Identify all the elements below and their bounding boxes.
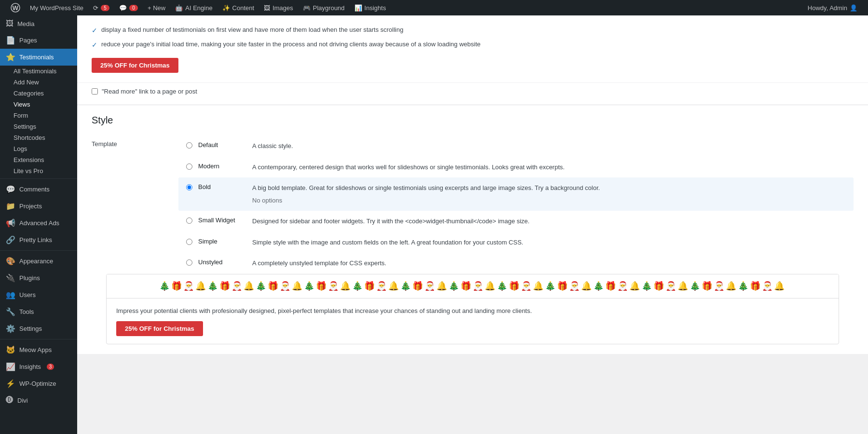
template-table: Template Default A classic style. Modern (92, 136, 854, 274)
plugins-icon: 🔌 (6, 273, 15, 283)
new-content-link[interactable]: + New (143, 0, 170, 15)
divi-icon: 🅓 (6, 396, 14, 405)
sidebar-item-all-testimonials[interactable]: All Testimonials (0, 66, 77, 77)
read-more-section: "Read more" link to a page or post (77, 82, 868, 105)
sidebar-item-lite-vs-pro[interactable]: Lite vs Pro (0, 165, 77, 176)
sidebar-item-testimonials[interactable]: ⭐ Testimonials (0, 49, 77, 66)
sidebar-item-tools[interactable]: 🔧 Tools (0, 303, 77, 320)
sidebar-item-plugins[interactable]: 🔌 Plugins (0, 270, 77, 286)
insights-link[interactable]: 📊 Insights (350, 0, 391, 15)
advanced-ads-icon: 📢 (6, 218, 15, 228)
christmas-btn-1[interactable]: 25% OFF for Christmas (92, 58, 178, 73)
template-name-small-widget[interactable]: Small Widget (198, 217, 246, 224)
admin-bar: W My WordPress Site ⟳ 5 💬 0 + New 🤖 AI E… (0, 0, 868, 15)
updates-link[interactable]: ⟳ 5 (88, 0, 114, 15)
sidebar-item-projects[interactable]: 📁 Projects (0, 198, 77, 215)
ornament-strip: 🎄🎁🎅🔔🎄🎁🎅🔔🎄🎁🎅🔔🎄🎁🎅🔔🎄🎁🎅🔔🎄🎁🎅🔔🎄🎁🎅🔔🎄🎁🎅🔔🎄🎁🎅🔔🎄🎁🎅🔔… (107, 274, 839, 298)
template-label: Template (92, 136, 178, 274)
template-radio-small-widget[interactable] (186, 217, 192, 224)
ai-engine-link[interactable]: 🤖 AI Engine (170, 0, 217, 15)
sidebar-item-wp-optimize[interactable]: ⚡ WP-Optimize (0, 375, 77, 392)
template-option-default: Default A classic style. (178, 136, 854, 157)
template-radio-default[interactable] (186, 142, 192, 149)
template-options: Default A classic style. Modern A contem… (178, 136, 854, 274)
template-radio-bold[interactable] (186, 184, 192, 190)
tools-icon: 🔧 (6, 307, 15, 316)
sidebar-item-settings[interactable]: Settings (0, 121, 77, 132)
sidebar-item-divi[interactable]: 🅓 Divi (0, 392, 77, 408)
template-option-bold: Bold A big bold template. Great for slid… (178, 177, 854, 211)
christmas-promo-text: Impress your potential clients with prof… (116, 306, 829, 316)
checkmark-icon-2: ✓ (92, 40, 97, 50)
read-more-label[interactable]: "Read more" link to a page or post (102, 88, 197, 95)
christmas-btn-2[interactable]: 25% OFF for Christmas (116, 321, 203, 336)
content-link[interactable]: ✨ Content (217, 0, 259, 15)
feature-item-2: ✓ reduce your page's initial load time, … (92, 40, 854, 50)
template-option-small-widget: Small Widget Designed for sidebar and fo… (178, 211, 854, 232)
sidebar-item-appearance[interactable]: 🎨 Appearance (0, 253, 77, 270)
checkmark-icon-1: ✓ (92, 26, 97, 36)
template-radio-modern[interactable] (186, 163, 192, 170)
template-radio-unstyled[interactable] (186, 259, 192, 266)
svg-text:W: W (13, 4, 19, 12)
sidebar-item-form[interactable]: Form (0, 110, 77, 121)
testimonials-icon: ⭐ (6, 53, 15, 62)
comments-link[interactable]: 💬 0 (114, 0, 143, 15)
christmas-banner: 🎄🎁🎅🔔🎄🎁🎅🔔🎄🎁🎅🔔🎄🎁🎅🔔🎄🎁🎅🔔🎄🎁🎅🔔🎄🎁🎅🔔🎄🎁🎅🔔🎄🎁🎅🔔🎄🎁🎅🔔… (106, 274, 839, 345)
sidebar-item-media[interactable]: 🖼 Media (0, 15, 77, 32)
sidebar-item-add-new[interactable]: Add New (0, 77, 77, 88)
template-name-default[interactable]: Default (198, 141, 246, 149)
style-heading: Style (92, 115, 854, 126)
sidebar-divider-3 (0, 339, 77, 339)
check-list-section: ✓ display a fixed number of testimonials… (77, 15, 868, 82)
sidebar-item-insights[interactable]: 📈 Insights 3 (0, 358, 77, 375)
no-options-text: No options (252, 196, 846, 205)
feature-list: ✓ display a fixed number of testimonials… (92, 25, 854, 50)
sidebar-divider-1 (0, 178, 77, 179)
insights-sidebar-icon: 📈 (6, 362, 15, 371)
template-option-modern: Modern A contemporary, centered design t… (178, 157, 854, 178)
style-section: Style Template Default A classic style. (77, 105, 868, 354)
sidebar-item-extensions[interactable]: Extensions (0, 154, 77, 165)
sidebar-item-pages[interactable]: 📄 Pages (0, 32, 77, 49)
sidebar: 🖼 Media 📄 Pages ⭐ Testimonials All Testi… (0, 15, 77, 434)
settings-icon: ⚙️ (6, 324, 15, 333)
sidebar-item-pretty-links[interactable]: 🔗 Pretty Links (0, 231, 77, 248)
playground-link[interactable]: 🎮 Playground (298, 0, 350, 15)
sidebar-item-advanced-ads[interactable]: 📢 Advanced Ads (0, 215, 77, 231)
projects-icon: 📁 (6, 202, 15, 211)
sidebar-item-categories[interactable]: Categories (0, 88, 77, 99)
sidebar-divider-2 (0, 250, 77, 251)
images-link[interactable]: 🖼 Images (259, 0, 298, 15)
template-radio-simple[interactable] (186, 239, 192, 245)
template-desc-simple: Simple style with the image and custom f… (252, 238, 846, 247)
sidebar-item-settings2[interactable]: ⚙️ Settings (0, 320, 77, 337)
template-option-unstyled: Unstyled A completely unstyled template … (178, 253, 854, 274)
template-name-unstyled[interactable]: Unstyled (198, 258, 246, 266)
christmas-body: Impress your potential clients with prof… (107, 298, 839, 344)
sidebar-item-meow-apps[interactable]: 🐱 Meow Apps (0, 341, 77, 358)
template-name-bold[interactable]: Bold (198, 183, 246, 190)
wp-logo[interactable]: W (6, 3, 25, 13)
template-name-simple[interactable]: Simple (198, 238, 246, 245)
comments-sidebar-icon: 💬 (6, 185, 15, 194)
layout: 🖼 Media 📄 Pages ⭐ Testimonials All Testi… (0, 15, 868, 434)
sidebar-item-users[interactable]: 👥 Users (0, 286, 77, 303)
meow-apps-icon: 🐱 (6, 345, 15, 354)
howdy-menu[interactable]: Howdy, Admin 👤 (803, 0, 862, 15)
sidebar-item-comments[interactable]: 💬 Comments (0, 181, 77, 198)
read-more-checkbox[interactable] (92, 88, 98, 95)
template-row: Template Default A classic style. Modern (92, 136, 854, 274)
template-option-simple: Simple Simple style with the image and c… (178, 232, 854, 253)
main-content: ✓ display a fixed number of testimonials… (77, 15, 868, 434)
template-desc-small-widget: Designed for sidebar and footer widgets.… (252, 217, 846, 226)
feature-item-1: ✓ display a fixed number of testimonials… (92, 25, 854, 36)
site-name-link[interactable]: My WordPress Site (25, 0, 88, 15)
sidebar-item-views[interactable]: Views (0, 99, 77, 110)
appearance-icon: 🎨 (6, 257, 15, 266)
sidebar-item-logs[interactable]: Logs (0, 143, 77, 154)
template-desc-unstyled: A completely unstyled template for CSS e… (252, 258, 846, 268)
pages-icon: 📄 (6, 36, 15, 45)
sidebar-item-shortcodes[interactable]: Shortcodes (0, 132, 77, 143)
template-name-modern[interactable]: Modern (198, 163, 246, 170)
